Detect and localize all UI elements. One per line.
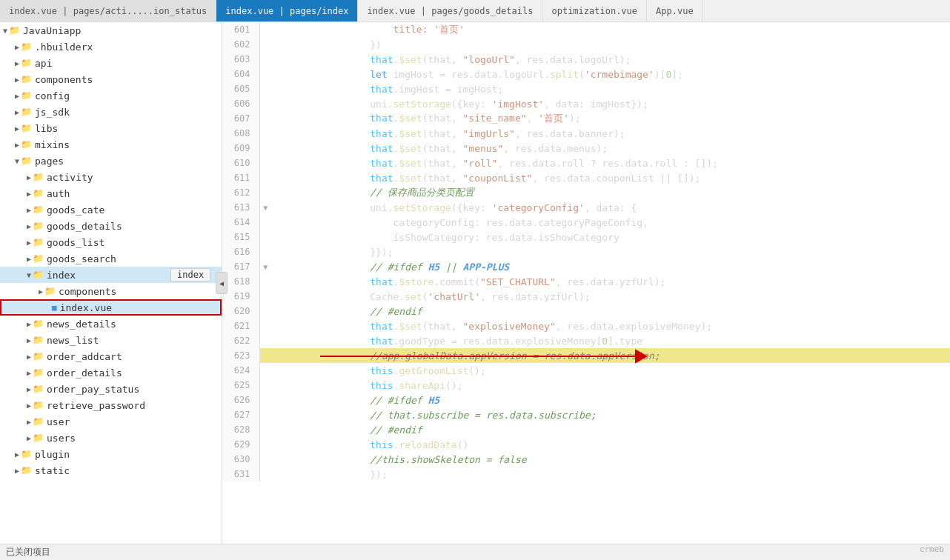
arrow-down-icon: ▼ [15, 157, 19, 165]
code-line-content: title: '首页' [271, 22, 950, 37]
fold-icon[interactable]: ▼ [259, 259, 271, 274]
sidebar-item-goods-list[interactable]: ▶ 📁 goods_list [0, 234, 222, 250]
folder-icon-goods-list: 📁 [33, 237, 44, 247]
arrow-right-icon: ▶ [39, 287, 43, 296]
sidebar-item-mixins[interactable]: ▶ 📁 mixins [0, 136, 222, 153]
fold-icon [259, 37, 271, 52]
fold-icon [259, 333, 271, 348]
arrow-right-icon: ▶ [15, 467, 19, 475]
code-line-content: that.imgHost = imgHost; [271, 81, 950, 96]
line-number: 602 [222, 37, 259, 52]
sidebar-item-plugin[interactable]: ▶ 📁 plugin [0, 446, 222, 462]
arrow-right-icon: ▶ [15, 450, 19, 459]
arrow-right-icon: ▶ [27, 255, 31, 263]
code-line-content: //app.globalData.appVersion = res.data.a… [271, 348, 950, 363]
sidebar-item-goods-search[interactable]: ▶ 📁 goods_search [0, 250, 222, 267]
fold-icon [259, 274, 271, 289]
tab-1[interactable]: index.vue | pages/acti.....ion_status [0, 0, 216, 21]
folder-icon-api: 📁 [21, 58, 32, 68]
sidebar-label-components: components [35, 74, 93, 85]
arrow-right-icon: ▶ [27, 222, 31, 230]
line-number: 630 [222, 452, 259, 467]
sidebar-item-index-components[interactable]: ▶ 📁 components [0, 283, 222, 299]
fold-icon[interactable]: ▼ [259, 200, 271, 215]
code-line-content: that.$set(that, "site_name", '首页'); [271, 111, 950, 126]
arrow-right-icon: ▶ [15, 59, 19, 67]
sidebar-item-root[interactable]: ▼ 📁 JavaUniapp [0, 22, 222, 39]
sidebar-item-news-details[interactable]: ▶ 📁 news_details [0, 316, 222, 332]
line-number: 620 [222, 304, 259, 319]
sidebar-label-api: api [35, 58, 52, 69]
sidebar-item-libs[interactable]: ▶ 📁 libs [0, 120, 222, 136]
sidebar-item-retrieve-password[interactable]: ▶ 📁 retrieve_password [0, 397, 222, 413]
arrow-right-icon: ▶ [27, 206, 31, 214]
fold-icon [259, 170, 271, 185]
fold-icon [259, 407, 271, 422]
arrow-down-icon: ▼ [27, 271, 31, 279]
arrow-right-icon: ▶ [15, 108, 19, 116]
code-line-content: that.$set(that, "imgUrls", res.data.bann… [271, 126, 950, 141]
tab-3[interactable]: index.vue | pages/goods_details [358, 0, 542, 21]
collapse-sidebar-button[interactable]: ◀ [216, 272, 227, 294]
sidebar-label-config: config [35, 90, 70, 101]
sidebar-item-api[interactable]: ▶ 📁 api [0, 55, 222, 71]
line-number: 623 [222, 348, 259, 363]
sidebar-label-order-details: order_details [47, 367, 122, 379]
line-number: 609 [222, 141, 259, 156]
line-number: 628 [222, 422, 259, 437]
sidebar-item-config[interactable]: ▶ 📁 config [0, 87, 222, 104]
sidebar-label-goods-list: goods_list [47, 237, 104, 248]
sidebar-item-activity[interactable]: ▶ 📁 activity [0, 169, 222, 185]
fold-icon [259, 467, 271, 481]
line-number: 605 [222, 81, 259, 96]
sidebar-item-hbuilderx[interactable]: ▶ 📁 .hbuilderx [0, 39, 222, 55]
fold-icon [259, 230, 271, 244]
code-line-content: // that.subscribe = res.data.subscribe; [271, 407, 950, 422]
folder-icon-config: 📁 [21, 90, 32, 101]
code-editor[interactable]: 601 title: '首页'602 })603 that.$set(that,… [222, 22, 950, 544]
line-number: 619 [222, 289, 259, 304]
sidebar-item-pages[interactable]: ▼ 📁 pages [0, 153, 222, 169]
folder-icon-hbuilderx: 📁 [21, 41, 32, 52]
arrow-right-icon: ▶ [27, 173, 31, 181]
arrow-right-icon: ▶ [27, 385, 31, 393]
line-number: 613 [222, 200, 259, 215]
line-number: 616 [222, 244, 259, 259]
sidebar-item-static[interactable]: ▶ 📁 static [0, 462, 222, 479]
sidebar-item-auth[interactable]: ▶ 📁 auth [0, 185, 222, 201]
sidebar-label-goods-search: goods_search [47, 253, 116, 264]
folder-icon-goods-cate: 📁 [33, 204, 44, 215]
fold-icon [259, 111, 271, 126]
sidebar-item-index[interactable]: ▼ 📁 index index [0, 267, 222, 283]
tab-5[interactable]: App.vue [647, 0, 703, 21]
sidebar: ▼ 📁 JavaUniapp ▶ 📁 .hbuilderx ▶ 📁 api ▶ … [0, 22, 222, 544]
sidebar-label-js-sdk: js_sdk [35, 107, 70, 118]
sidebar-item-users[interactable]: ▶ 📁 users [0, 430, 222, 446]
sidebar-item-news-list[interactable]: ▶ 📁 news_list [0, 332, 222, 348]
fold-icon [259, 22, 271, 37]
sidebar-item-components[interactable]: ▶ 📁 components [0, 71, 222, 87]
sidebar-item-user[interactable]: ▶ 📁 user [0, 413, 222, 430]
fold-icon [259, 126, 271, 141]
tab-2[interactable]: index.vue | pages/index [216, 0, 358, 21]
sidebar-item-order-addcart[interactable]: ▶ 📁 order_addcart [0, 348, 222, 364]
sidebar-item-order-pay-status[interactable]: ▶ 📁 order_pay_status [0, 381, 222, 397]
sidebar-label-news-list: news_list [47, 335, 99, 346]
sidebar-label-plugin: plugin [35, 449, 70, 460]
arrow-right-icon: ▶ [27, 369, 31, 377]
watermark: crmeb [920, 544, 944, 554]
sidebar-item-order-details[interactable]: ▶ 📁 order_details [0, 364, 222, 381]
folder-icon-pages: 📁 [21, 156, 32, 166]
folder-icon-order-addcart: 📁 [33, 351, 44, 361]
fold-icon [259, 319, 271, 333]
sidebar-item-goods-details[interactable]: ▶ 📁 goods_details [0, 218, 222, 234]
arrow-right-icon: ▶ [27, 401, 31, 410]
sidebar-label-news-details: news_details [47, 319, 116, 330]
fold-icon [259, 363, 271, 378]
sidebar-item-goods-cate[interactable]: ▶ 📁 goods_cate [0, 201, 222, 218]
folder-icon-libs: 📁 [21, 123, 32, 133]
folder-icon-user: 📁 [33, 416, 44, 427]
sidebar-item-js-sdk[interactable]: ▶ 📁 js_sdk [0, 104, 222, 120]
sidebar-item-index-vue[interactable]: ■ index.vue [0, 299, 222, 316]
tab-4[interactable]: optimization.vue [542, 0, 647, 21]
